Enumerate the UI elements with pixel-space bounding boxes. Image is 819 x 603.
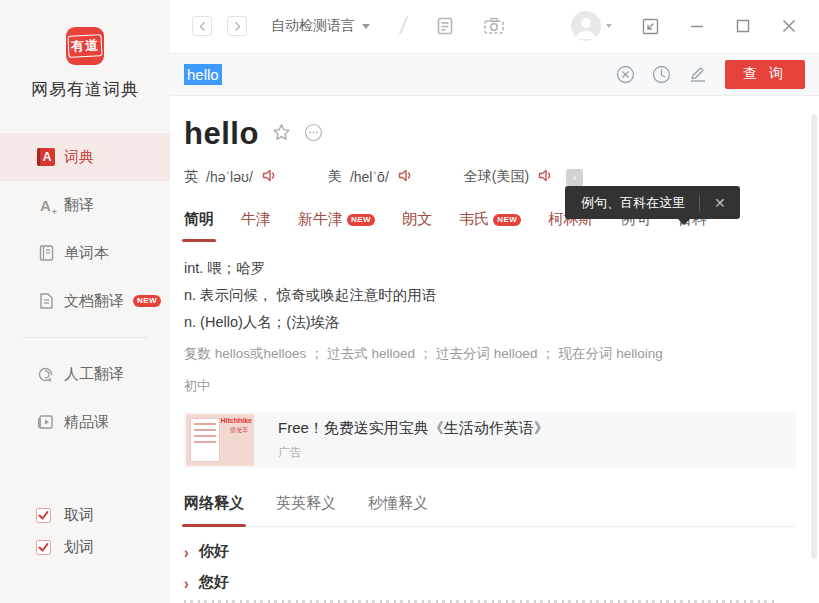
list-item-label: 您好 <box>199 573 229 592</box>
onboarding-tooltip: 例句、百科在这里 ✕ <box>565 186 740 219</box>
chevron-right-icon: › <box>184 542 189 561</box>
sidebar-divider <box>22 337 148 338</box>
human-translate-icon <box>36 365 55 384</box>
tooltip-close-icon[interactable]: ✕ <box>710 193 730 213</box>
chevron-right-icon <box>233 21 242 32</box>
dictionary-content: hello 英 /həˈləʊ/ 美 <box>170 96 819 603</box>
checkbox-checked-icon[interactable] <box>36 540 51 555</box>
avatar[interactable] <box>571 11 601 41</box>
word-forms: 复数 hellos或helloes ； 过去式 helloed ； 过去分词 h… <box>184 345 819 363</box>
document-icon <box>36 292 55 311</box>
pronunciation-global: 全球(美国) › <box>464 167 583 187</box>
chevron-down-icon <box>606 24 612 28</box>
logo-area: 有道 网易有道词典 <box>0 0 170 101</box>
language-selector[interactable]: 自动检测语言 <box>271 17 370 35</box>
sidebar-item-dictionary[interactable]: A 词典 <box>0 133 170 181</box>
speaker-icon[interactable] <box>397 167 414 187</box>
definitions: int. 喂；哈罗 n. 表示问候， 惊奇或唤起注意时的用语 n. (Hello… <box>184 255 819 336</box>
translate-icon: A+ <box>36 196 55 215</box>
search-bar[interactable]: hello 查 询 <box>170 53 819 96</box>
definition-line: int. 喂；哈罗 <box>184 255 819 282</box>
handwriting-icon[interactable] <box>688 65 708 84</box>
headword: hello <box>184 116 259 152</box>
clear-search-icon[interactable] <box>616 65 635 84</box>
tab-english-definitions[interactable]: 英英释义 <box>276 494 336 513</box>
scrollbar-thumb[interactable] <box>811 114 817 559</box>
tab-web-definitions[interactable]: 网络释义 <box>184 494 244 513</box>
tab-label: 朗文 <box>402 210 432 229</box>
definition-line: n. (Hello)人名；(法)埃洛 <box>184 309 819 336</box>
app-title: 网易有道词典 <box>0 78 170 101</box>
checkbox-checked-icon[interactable] <box>36 508 51 523</box>
sidebar-item-premium-course[interactable]: 精品课 <box>0 398 170 446</box>
tab-quick-definitions[interactable]: 秒懂释义 <box>368 494 428 513</box>
ad-label: 广告 <box>278 444 549 461</box>
ad-banner[interactable]: Hitchhike 搭便车 Free！免费送实用宝典《生活动作英语》 广告 <box>184 412 796 468</box>
list-item[interactable]: › 你好 <box>184 536 819 567</box>
forward-button[interactable] <box>227 16 247 36</box>
pron-region: 英 <box>184 168 198 186</box>
toggle-word-capture[interactable]: 取词 <box>36 499 170 531</box>
tab-label: 简明 <box>184 210 214 229</box>
favorite-star-icon[interactable] <box>272 123 291 146</box>
account-menu[interactable] <box>571 11 612 41</box>
doc-translate-icon[interactable] <box>435 16 455 36</box>
ad-title: Free！免费送实用宝典《生活动作英语》 <box>278 419 549 438</box>
pronunciation-uk: 英 /həˈləʊ/ <box>184 167 278 187</box>
sidebar-item-label: 翻译 <box>64 196 94 215</box>
sidebar-toggles: 取词 划词 <box>0 499 170 603</box>
tab-label: 新牛津 <box>298 210 343 229</box>
minimize-button[interactable] <box>689 18 705 34</box>
youdao-logo-icon: 有道 <box>66 27 104 65</box>
web-definition-list: › 你好 › 您好 <box>184 536 819 603</box>
tab-webster[interactable]: 韦氏NEW <box>459 210 521 231</box>
history-clock-icon[interactable] <box>652 65 671 84</box>
sidebar-item-wordbook[interactable]: 单词本 <box>0 229 170 277</box>
speaker-icon[interactable] <box>537 167 554 187</box>
app-window: 有道 网易有道词典 A 词典 A+ 翻译 单词本 文档翻译 <box>0 0 819 603</box>
main-panel: 自动检测语言 / <box>170 0 819 603</box>
chevron-left-icon <box>198 21 207 32</box>
sidebar: 有道 网易有道词典 A 词典 A+ 翻译 单词本 文档翻译 <box>0 0 170 603</box>
pron-region: 全球(美国) <box>464 168 529 186</box>
tab-longman[interactable]: 朗文 <box>402 210 432 231</box>
list-item[interactable]: › 您好 <box>184 567 819 598</box>
more-options-icon[interactable] <box>304 123 323 146</box>
tab-oxford[interactable]: 牛津 <box>241 210 271 231</box>
pron-ipa: /helˈō/ <box>350 169 389 185</box>
tooltip-divider <box>699 195 700 211</box>
back-button[interactable] <box>192 16 212 36</box>
toolbar-divider: / <box>398 12 409 40</box>
new-badge: NEW <box>133 295 161 307</box>
sidebar-item-human-translate[interactable]: 人工翻译 <box>0 350 170 398</box>
toolbar: 自动检测语言 / <box>170 0 819 53</box>
screenshot-camera-icon[interactable] <box>483 16 505 36</box>
sidebar-item-label: 单词本 <box>64 244 109 263</box>
toggle-label: 划词 <box>64 538 94 557</box>
sidebar-item-doc-translate[interactable]: 文档翻译 NEW <box>0 277 170 325</box>
maximize-button[interactable] <box>735 18 751 34</box>
ad-thumb-brand: Hitchhike <box>220 417 252 424</box>
more-accents-chevron-icon[interactable]: › <box>566 169 583 186</box>
school-level-tag: 初中 <box>184 377 819 395</box>
logo-text: 有道 <box>67 34 102 58</box>
language-selector-value: 自动检测语言 <box>271 17 355 35</box>
sidebar-item-label: 精品课 <box>64 413 109 432</box>
speaker-icon[interactable] <box>261 167 278 187</box>
sidebar-nav: A 词典 A+ 翻译 单词本 文档翻译 NEW <box>0 133 170 446</box>
search-button[interactable]: 查 询 <box>725 60 805 89</box>
tab-concise[interactable]: 简明 <box>184 210 214 231</box>
pron-ipa: /həˈləʊ/ <box>206 169 253 185</box>
toggle-word-select[interactable]: 划词 <box>36 531 170 563</box>
compact-mode-icon[interactable] <box>642 18 659 35</box>
close-button[interactable] <box>781 18 797 34</box>
tab-new-oxford[interactable]: 新牛津NEW <box>298 210 375 231</box>
sidebar-item-translate[interactable]: A+ 翻译 <box>0 181 170 229</box>
toggle-label: 取词 <box>64 506 94 525</box>
list-item-label: 你好 <box>199 542 229 561</box>
chevron-down-icon <box>362 24 370 29</box>
new-badge: NEW <box>493 214 521 226</box>
course-play-icon <box>36 413 55 432</box>
chevron-right-icon: › <box>184 573 189 592</box>
search-input[interactable]: hello <box>184 64 222 85</box>
